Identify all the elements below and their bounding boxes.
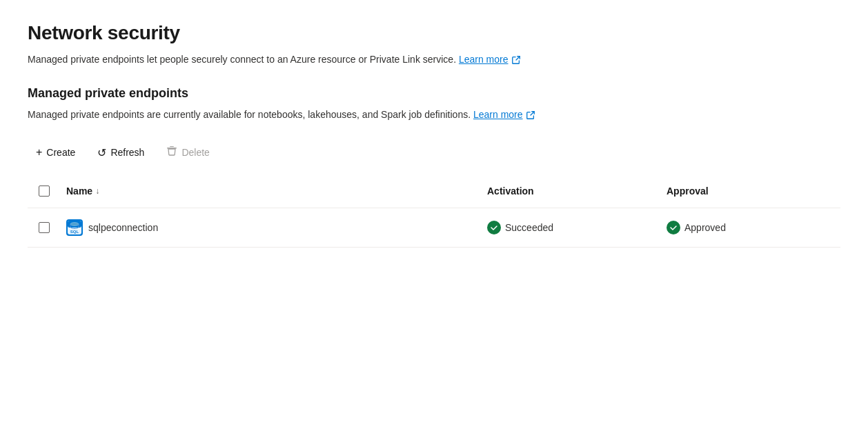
activation-column-header: Activation [482, 180, 661, 202]
svg-text:SQL: SQL [70, 230, 79, 234]
approval-column-header: Approval [661, 180, 840, 202]
svg-rect-0 [167, 148, 177, 149]
name-cell: SQL sqlpeconnection [61, 214, 482, 241]
table-row: SQL sqlpeconnection Succeeded [28, 208, 840, 248]
create-button[interactable]: + Create [28, 142, 83, 163]
delete-icon [166, 146, 177, 159]
toolbar: + Create ↺ Refresh Delete [28, 141, 840, 163]
row-checkbox[interactable] [39, 222, 50, 233]
sql-icon: SQL [66, 219, 83, 236]
select-all-checkbox[interactable] [39, 186, 50, 197]
external-link-icon-1 [511, 55, 521, 65]
endpoints-table: Name ↓ Activation Approval [28, 174, 840, 248]
section-description: Managed private endpoints are currently … [28, 108, 840, 122]
page-description: Managed private endpoints let people sec… [28, 52, 840, 67]
header-checkbox-cell [28, 180, 61, 202]
section-title: Managed private endpoints [28, 86, 840, 101]
refresh-button[interactable]: ↺ Refresh [89, 142, 152, 163]
delete-button[interactable]: Delete [158, 141, 217, 163]
approval-status: Approved [667, 221, 726, 234]
name-column-header: Name ↓ [61, 180, 482, 202]
sort-icon[interactable]: ↓ [95, 186, 99, 196]
learn-more-link-2[interactable]: Learn more [473, 108, 535, 122]
learn-more-link-1[interactable]: Learn more [459, 52, 521, 67]
activation-check-icon [487, 221, 501, 234]
refresh-icon: ↺ [97, 146, 106, 159]
approval-check-icon [667, 221, 680, 234]
activation-cell: Succeeded [482, 215, 661, 240]
external-link-icon-2 [526, 110, 535, 120]
approval-cell: Approved [661, 215, 840, 240]
create-icon: + [36, 146, 42, 159]
page-title: Network security [28, 22, 840, 44]
row-checkbox-cell [28, 217, 61, 239]
table-header: Name ↓ Activation Approval [28, 174, 840, 208]
activation-status: Succeeded [487, 221, 553, 234]
